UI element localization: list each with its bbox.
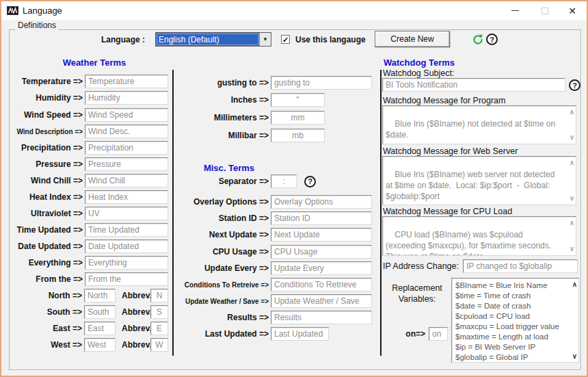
use-language-checkbox[interactable]: ✓ xyxy=(281,35,290,44)
help-icon-separator[interactable]: ? xyxy=(304,176,316,187)
south-input[interactable] xyxy=(84,305,116,319)
weather-row: Wind Chill => xyxy=(10,174,168,187)
definitions-group-label: Definitions xyxy=(15,21,59,30)
field-label: Pressure => xyxy=(10,159,85,169)
abbrev-label: Abbrev. xyxy=(122,291,149,300)
list-item: $BIname = Blue Iris Name xyxy=(455,281,567,291)
station-id-input[interactable] xyxy=(271,211,372,225)
field-label: Wind Speed => xyxy=(10,110,85,120)
wind-description-input[interactable] xyxy=(85,125,168,138)
create-new-button[interactable]: Create New xyxy=(375,31,450,47)
scroll-down-icon[interactable]: ∨ xyxy=(570,193,574,204)
pressure-input[interactable] xyxy=(85,157,168,171)
minimize-button[interactable] xyxy=(503,1,526,20)
update-every-input[interactable] xyxy=(271,261,372,275)
help-icon-watchdog[interactable]: ? xyxy=(569,79,580,91)
field-label: Overlay Options => xyxy=(176,197,271,207)
scroll-down-icon[interactable]: ∨ xyxy=(570,244,574,255)
weather-row: Date Updated => xyxy=(10,239,168,253)
east-abbrev-input[interactable] xyxy=(150,322,168,335)
time-updated-input[interactable] xyxy=(85,223,168,237)
west-abbrev-input[interactable] xyxy=(150,338,168,352)
everything-input[interactable] xyxy=(85,256,168,270)
north-abbrev-input[interactable] xyxy=(150,289,168,302)
inches-input[interactable] xyxy=(271,93,325,107)
ultraviolet-input[interactable] xyxy=(85,207,168,220)
help-icon-top[interactable]: ? xyxy=(486,34,498,45)
watchdog-webserver-textarea[interactable]: Blue Iris ($BIname) web server not detec… xyxy=(382,156,576,205)
misc-row: CPU Usage => xyxy=(176,245,376,259)
replacement-variables-listbox[interactable]: $BIname = Blue Iris Name $time = Time of… xyxy=(451,278,579,363)
on-input[interactable] xyxy=(429,327,448,341)
abbrev-label: Abbrev. xyxy=(122,324,149,333)
ip-address-change-input[interactable] xyxy=(463,259,578,273)
wind-speed-input[interactable] xyxy=(85,108,168,122)
heat-index-input[interactable] xyxy=(85,190,168,204)
weather-row: Wind Description => xyxy=(10,125,168,138)
refresh-icon[interactable] xyxy=(472,34,484,49)
field-label: From the => xyxy=(10,274,85,284)
abbrev-label: Abbrev. xyxy=(122,340,149,350)
scroll-up-icon[interactable]: ∧ xyxy=(570,157,574,168)
gusting-to-input[interactable] xyxy=(271,76,372,90)
update-weather-save-input[interactable] xyxy=(271,294,372,308)
results-input[interactable] xyxy=(271,311,372,324)
list-item: $ip = BI Web Server IP xyxy=(455,342,567,352)
field-label: South => xyxy=(10,307,84,317)
language-dropdown[interactable]: English (Default) ▼ xyxy=(155,32,271,47)
next-update-input[interactable] xyxy=(271,228,372,242)
separator-row: Separator => ? xyxy=(176,174,376,188)
scroll-up-icon[interactable]: ∧ xyxy=(570,107,574,118)
weather-row: Precipitation => xyxy=(10,141,168,155)
conditions-to-retrieve-input[interactable] xyxy=(271,278,372,291)
field-label: Humidity => xyxy=(10,93,85,103)
close-button[interactable]: ✕ xyxy=(561,1,584,20)
watchdog-program-textarea[interactable]: Blue Iris ($BIname) not detected at $tim… xyxy=(382,105,576,144)
scroll-down-icon[interactable]: ∨ xyxy=(570,132,574,143)
column-divider xyxy=(380,70,382,356)
weather-row: From the => xyxy=(10,272,168,286)
millibar-input[interactable] xyxy=(271,129,325,142)
millimeters-input[interactable] xyxy=(271,111,325,125)
direction-row: East => Abbrev. xyxy=(10,322,168,335)
watchdog-cpu-textarea[interactable]: CPU load ($BIname) was $cpuload (exceedi… xyxy=(382,216,576,256)
separator-input[interactable] xyxy=(271,174,297,188)
weather-terms-header: Weather Terms xyxy=(41,57,148,68)
field-label: East => xyxy=(10,324,84,333)
replacement-variables-label: Replacement Variables: xyxy=(382,283,453,304)
maximize-button[interactable] xyxy=(533,1,557,20)
north-input[interactable] xyxy=(84,289,116,302)
weather-row: Everything => xyxy=(10,256,168,270)
misc-row: Conditions To Retreive => xyxy=(176,278,376,291)
scroll-down-icon[interactable]: ∨ xyxy=(572,351,577,361)
list-item: $time = Time of crash xyxy=(455,291,567,301)
watchdog-program-text: Blue Iris ($BIname) not detected at $tim… xyxy=(386,119,557,140)
south-abbrev-input[interactable] xyxy=(150,305,168,319)
field-label: Inches => xyxy=(176,95,271,105)
from-the-input[interactable] xyxy=(85,272,168,286)
chevron-down-icon[interactable]: ▼ xyxy=(259,33,271,46)
last-updated-input[interactable] xyxy=(271,327,329,341)
field-label: North => xyxy=(10,291,84,300)
temperature-input[interactable] xyxy=(85,75,168,88)
field-label: Update Weather / Save => xyxy=(176,298,271,305)
scroll-up-icon[interactable]: ∧ xyxy=(570,218,574,229)
app-icon xyxy=(7,5,18,16)
precipitation-input[interactable] xyxy=(85,141,168,155)
watchdog-subject-input[interactable] xyxy=(382,78,565,92)
date-updated-input[interactable] xyxy=(85,239,168,253)
east-input[interactable] xyxy=(84,322,116,335)
field-label: Everything => xyxy=(10,258,85,268)
humidity-input[interactable] xyxy=(85,91,168,105)
scroll-up-icon[interactable]: ∧ xyxy=(572,279,577,289)
overlay-options-input[interactable] xyxy=(271,195,372,209)
field-label: Heat Index => xyxy=(10,192,85,202)
wind-chill-input[interactable] xyxy=(85,174,168,187)
field-label: Update Every => xyxy=(176,263,271,273)
language-selected-value: English (Default) xyxy=(156,33,259,46)
field-label: Separator => xyxy=(176,177,271,186)
weather-row: Humidity => xyxy=(10,91,168,105)
watchdog-cpu-label: Watchdog Message for CPU Load xyxy=(383,207,512,216)
west-input[interactable] xyxy=(84,338,116,352)
cpu-usage-input[interactable] xyxy=(271,245,372,259)
